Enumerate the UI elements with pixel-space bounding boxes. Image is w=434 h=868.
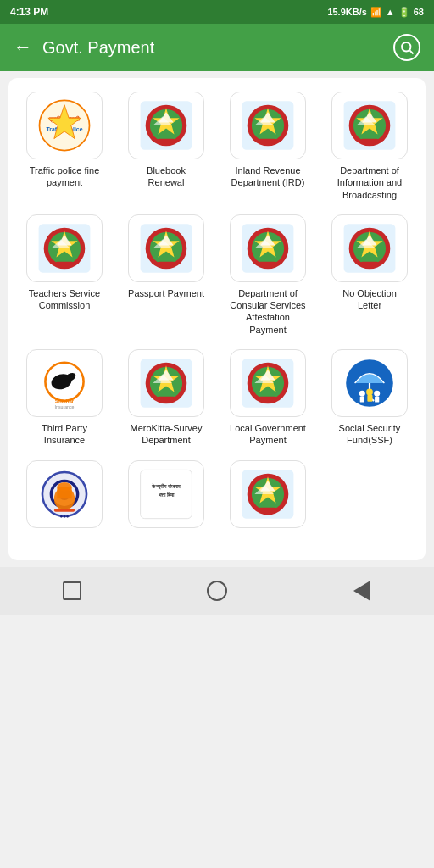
svg-rect-38 <box>158 262 175 266</box>
svg-text:Shikhar: Shikhar <box>55 398 75 403</box>
ird-icon-box <box>230 92 306 159</box>
row4-2-icon-box: केन्द्रीय रोजगार भत्ता बिमा <box>128 460 204 528</box>
bluebook-icon-box <box>128 92 204 159</box>
teachers-icon-box <box>26 214 103 282</box>
bottom-nav <box>0 567 434 615</box>
grid-item-teachers[interactable]: Teachers Service Commission <box>15 214 114 336</box>
triangle-icon <box>353 581 370 601</box>
grid-item-consular[interactable]: Department of Consular Services Attestat… <box>219 214 317 336</box>
page-title: Govt. Payment <box>42 38 154 58</box>
consular-icon <box>238 220 298 276</box>
svg-rect-81 <box>367 395 372 402</box>
grid-item-noc[interactable]: No Objection Letter <box>320 214 419 336</box>
svg-rect-99 <box>259 507 277 511</box>
svg-rect-17 <box>259 139 277 143</box>
grid-item-ssf[interactable]: Social Security Fund(SSF) <box>320 349 419 447</box>
passport-icon-box <box>128 214 204 282</box>
grid-item-passport[interactable]: Passport Payment <box>117 214 215 336</box>
wifi-icon: ▲ <box>386 7 395 17</box>
noc-label: No Objection Letter <box>331 287 408 312</box>
teachers-icon <box>35 220 94 276</box>
svg-point-80 <box>366 389 373 396</box>
grid-item-row4-1[interactable]: ●●● <box>15 460 114 533</box>
svg-text:भत्ता बिमा: भत्ता बिमा <box>159 492 175 498</box>
svg-rect-65 <box>158 397 175 401</box>
svg-text:●●●: ●●● <box>60 513 70 518</box>
ssf-icon <box>340 355 399 411</box>
square-icon <box>63 581 81 600</box>
local-govt-label: Local Government Payment <box>230 422 306 447</box>
back-button[interactable]: ← <box>14 36 32 58</box>
grid-row-4: ●●● केन्द्रीय रोजगार भत्ता बिमा <box>15 460 419 533</box>
svg-rect-83 <box>375 397 379 403</box>
grid-row-3: Shikhar Insurance Third Party Insurance <box>15 349 419 447</box>
network-speed: 15.9KB/s <box>327 7 366 17</box>
svg-rect-45 <box>259 262 277 266</box>
row4-3-icon-box <box>230 460 306 528</box>
third-party-label: Third Party Insurance <box>26 422 103 447</box>
svg-rect-10 <box>158 139 175 143</box>
svg-text:Insurance: Insurance <box>55 404 75 409</box>
gear-org-icon: ●●● <box>35 466 94 522</box>
consular-icon-box <box>230 214 306 282</box>
bluebook-icon <box>136 97 196 153</box>
grid-item-dib[interactable]: Department of Information and Broadcasti… <box>320 92 419 201</box>
row4-1-icon-box: ●●● <box>26 460 103 528</box>
teachers-label: Teachers Service Commission <box>26 287 103 312</box>
signal-icon: 📶 <box>370 7 382 18</box>
noc-icon <box>340 220 399 276</box>
nav-back-button[interactable] <box>350 579 374 603</box>
status-icons: 15.9KB/s 📶 ▲ 🔋 68 <box>327 7 424 18</box>
ssf-icon-box <box>331 349 408 417</box>
passport-icon <box>136 220 196 276</box>
svg-point-0 <box>402 42 411 52</box>
consular-label: Department of Consular Services Attestat… <box>230 287 306 336</box>
passport-label: Passport Payment <box>128 287 204 299</box>
ird-label: Inland Revenue Department (IRD) <box>230 164 306 189</box>
dib-icon <box>340 97 399 153</box>
traffic-police-icon: ट्राफिक प्रहरी Traffic Police <box>35 97 94 153</box>
dib-icon-box <box>331 92 408 159</box>
row4-3-nepal-icon <box>238 466 298 522</box>
grid-item-local-govt[interactable]: Local Government Payment <box>219 349 317 447</box>
grid-row-2: Teachers Service Commission Passport Pay… <box>15 214 419 336</box>
status-time: 4:13 PM <box>10 6 48 18</box>
merokitta-label: MeroKitta-Survey Department <box>128 422 204 447</box>
traffic-police-icon-box: ट्राफिक प्रहरी Traffic Police <box>26 92 103 159</box>
svg-rect-72 <box>259 397 277 401</box>
grid-item-bluebook[interactable]: Bluebook Renewal <box>117 92 215 201</box>
status-bar: 4:13 PM 15.9KB/s 📶 ▲ 🔋 68 <box>0 0 434 24</box>
svg-rect-89 <box>57 487 71 498</box>
svg-text:केन्द्रीय रोजगार: केन्द्रीय रोजगार <box>151 483 181 490</box>
grid-item-ird[interactable]: Inland Revenue Department (IRD) <box>219 92 317 201</box>
top-bar: ← Govt. Payment <box>0 24 434 71</box>
grid-item-traffic-police[interactable]: ट्राफिक प्रहरी Traffic Police Traffic po… <box>15 92 114 201</box>
grid-item-third-party[interactable]: Shikhar Insurance Third Party Insurance <box>15 349 114 447</box>
merokitta-icon-box <box>128 349 204 417</box>
main-content: ट्राफिक प्रहरी Traffic Police Traffic po… <box>8 78 426 560</box>
grid-item-row4-2[interactable]: केन्द्रीय रोजगार भत्ता बिमा <box>117 460 215 533</box>
search-button[interactable] <box>393 34 420 61</box>
nav-square-button[interactable] <box>60 579 84 603</box>
svg-rect-52 <box>361 262 379 266</box>
svg-line-1 <box>409 50 413 53</box>
grid-item-row4-empty <box>320 460 419 533</box>
bluebook-label: Bluebook Renewal <box>128 164 204 189</box>
local-govt-icon <box>238 355 298 411</box>
traffic-police-label: Traffic police fine payment <box>26 164 103 189</box>
grid-item-row4-3[interactable] <box>219 460 317 533</box>
shikhar-insurance-icon: Shikhar Insurance <box>35 355 94 411</box>
grid-row-1: ट्राफिक प्रहरी Traffic Police Traffic po… <box>15 92 419 201</box>
merokitta-icon <box>136 355 196 411</box>
battery-level: 68 <box>414 7 424 17</box>
svg-rect-24 <box>361 139 379 143</box>
local-govt-icon-box <box>230 349 306 417</box>
dib-label: Department of Information and Broadcasti… <box>331 164 408 201</box>
ird-icon <box>238 97 298 153</box>
svg-rect-31 <box>56 262 74 266</box>
third-party-icon-box: Shikhar Insurance <box>26 349 103 417</box>
grid-item-merokitta[interactable]: MeroKitta-Survey Department <box>117 349 215 447</box>
top-bar-left: ← Govt. Payment <box>14 36 154 58</box>
noc-icon-box <box>331 214 408 282</box>
nav-home-button[interactable] <box>205 579 229 603</box>
